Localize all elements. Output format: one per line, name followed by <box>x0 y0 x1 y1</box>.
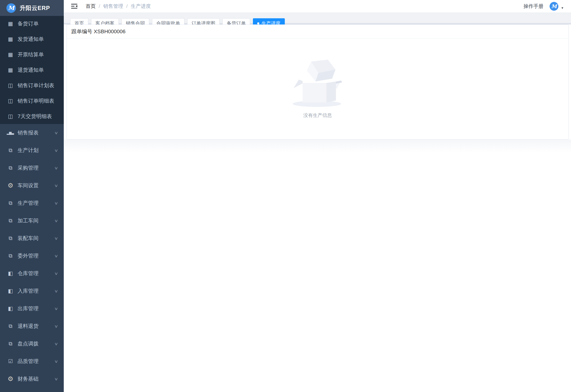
sidebar-item-label: 采购管理 <box>18 164 39 171</box>
page-tab-label: 合同审批单 <box>156 20 180 25</box>
sidebar-menu-item[interactable]: ⧉ 盘点调拨 ∨ <box>0 335 64 352</box>
page-tab-label: 生产进度 <box>261 20 281 25</box>
page-tab-label: 首页 <box>75 20 84 25</box>
page-tab[interactable]: 合同审批单 <box>152 18 184 25</box>
sidebar-submenu-item[interactable]: ▦ 发货通知单 <box>0 31 64 47</box>
panel-title: 跟单编号 XSBH000006 <box>67 25 568 39</box>
copy-icon: ⧉ <box>7 218 14 224</box>
avatar[interactable]: M <box>550 2 558 11</box>
sidebar-menu-item[interactable]: ⚙ 车间设置 ∨ <box>0 177 64 194</box>
copy-icon: ⧉ <box>7 200 14 206</box>
copy-icon: ⧉ <box>7 341 14 347</box>
gear-icon: ⚙ <box>7 182 14 189</box>
sidebar-item-label: 入库管理 <box>18 287 39 294</box>
sidebar-menu-item[interactable]: ⧉ 委外管理 ∨ <box>0 247 64 265</box>
gear-icon: ⚙ <box>7 375 14 383</box>
breadcrumb-item[interactable]: 首页 <box>86 3 96 10</box>
sidebar-menu-item[interactable]: ⧉ 生产管理 ∨ <box>0 194 64 212</box>
content-background <box>64 140 571 392</box>
sidebar-menu-item[interactable]: ⧉ 退料退货 ∨ <box>0 317 64 335</box>
sidebar-item-label: 销售报表 <box>18 129 39 136</box>
chevron-down-icon: ∨ <box>54 377 58 381</box>
book-icon: ◧ <box>7 288 14 294</box>
sidebar-item-label: 加工车间 <box>18 217 39 224</box>
chevron-down-icon: ∨ <box>54 183 58 188</box>
copy-icon: ⧉ <box>7 235 14 241</box>
page-tab[interactable]: 首页 <box>70 18 88 25</box>
sidebar: M 升阳云ERP ▦ 备货订单 ▦ 发货通知单 ▦ <box>0 0 64 392</box>
page-tab[interactable]: 销售合同 <box>121 18 149 25</box>
page-tab[interactable]: 生产进度 <box>253 18 285 25</box>
sidebar-submenu-item[interactable]: ▦ 开票结算单 <box>0 47 64 62</box>
copy-icon: ⧉ <box>7 253 14 259</box>
chevron-down-icon: ∨ <box>54 130 58 135</box>
page-tab[interactable]: 订单进度图 <box>187 18 220 25</box>
sidebar-submenu-item[interactable]: ◫ 销售订单计划表 <box>0 78 64 93</box>
sidebar-item-label: 车间设置 <box>18 182 39 189</box>
sidebar-menu-item[interactable]: ◧ 入库管理 ∨ <box>0 282 64 300</box>
table-icon: ▦ <box>7 21 14 27</box>
page-tab-label: 备货订单 <box>227 20 246 25</box>
breadcrumb-separator: / <box>99 3 100 9</box>
sidebar-menu-item[interactable]: ▂▆▃ 销售报表 ∨ <box>0 124 64 141</box>
copy-icon: ⧉ <box>7 323 14 329</box>
sidebar-submenu-item[interactable]: ◫ 7天交货明细表 <box>0 109 64 124</box>
book-icon: ◧ <box>7 270 14 277</box>
table-icon: ▦ <box>7 36 14 42</box>
erp-app-window: M 升阳云ERP ▦ 备货订单 ▦ 发货通知单 ▦ <box>0 0 571 392</box>
table-icon: ▦ <box>7 52 14 58</box>
sidebar-item-label: 生产计划 <box>18 147 39 154</box>
sidebar-menu: ▦ 备货订单 ▦ 发货通知单 ▦ 开票结算单 ▦ <box>0 16 64 392</box>
page-tab[interactable]: 备货订单 <box>223 18 250 25</box>
chevron-down-icon: ∨ <box>54 166 58 171</box>
breadcrumb-item[interactable]: 生产进度 <box>131 3 151 10</box>
breadcrumb-item[interactable]: 销售管理 <box>103 3 123 10</box>
open-book-icon: ◫ <box>7 83 14 89</box>
sidebar-menu-item[interactable]: ☑ 品质管理 ∨ <box>0 352 64 370</box>
sidebar-item-label: 发货通知单 <box>18 36 44 43</box>
sidebar-submenu-item[interactable]: ▦ 备货订单 <box>0 16 64 31</box>
chevron-down-icon: ∨ <box>54 359 58 364</box>
avatar-dropdown-caret-icon[interactable]: ▼ <box>561 6 564 10</box>
sidebar-item-label: 生产管理 <box>18 200 39 207</box>
header-right-group: 操作手册 M ▼ <box>523 2 564 11</box>
sidebar-item-label: 退料退货 <box>18 323 39 330</box>
chevron-down-icon: ∨ <box>54 341 58 346</box>
sidebar-menu-item[interactable]: ⧉ 生产计划 ∨ <box>0 141 64 159</box>
sidebar-menu-item[interactable]: ⧉ 采购管理 ∨ <box>0 159 64 177</box>
sidebar-submenu-item[interactable]: ▦ 退货通知单 <box>0 62 64 78</box>
sidebar-submenu-item[interactable]: ◫ 销售订单明细表 <box>0 93 64 109</box>
main-area: 首页 / 销售管理 / 生产进度 操作手册 M ▼ 首页 <box>64 0 571 392</box>
empty-box-illustration <box>290 59 345 109</box>
sidebar-item-label: 备货订单 <box>18 20 39 27</box>
sidebar-menu-item[interactable]: ◧ 出库管理 ∨ <box>0 300 64 317</box>
open-book-icon: ◫ <box>7 98 14 104</box>
open-book-icon: ◫ <box>7 113 14 120</box>
sidebar-menu-item[interactable]: ⚙ 财务基础 ∨ <box>0 370 64 388</box>
sidebar-item-label: 盘点调拨 <box>18 340 39 347</box>
sidebar-item-label: 品质管理 <box>18 358 39 365</box>
app-title: 升阳云ERP <box>20 4 50 12</box>
breadcrumb-separator: / <box>126 3 128 9</box>
sidebar-menu-item[interactable]: ⧉ 加工车间 ∨ <box>0 212 64 229</box>
sidebar-parent-menu: ▂▆▃ 销售报表 ∨ ⧉ 生产计划 ∨ ⧉ 采购管理 ∨ <box>0 124 64 388</box>
chevron-down-icon: ∨ <box>54 306 58 311</box>
sidebar-menu-item[interactable]: ◧ 仓库管理 ∨ <box>0 265 64 282</box>
panel-body: 没有生产信息 <box>67 39 568 139</box>
sidebar-item-label: 财务基础 <box>18 375 39 382</box>
menu-fold-icon[interactable] <box>71 3 77 9</box>
sidebar-item-label: 委外管理 <box>18 252 39 259</box>
app-logo-icon: M <box>6 3 16 13</box>
chevron-down-icon: ∨ <box>54 324 58 329</box>
sidebar-item-label: 仓库管理 <box>18 270 39 277</box>
shield-check-icon: ☑ <box>7 358 14 364</box>
sidebar-menu-item[interactable]: ⧉ 装配车间 ∨ <box>0 229 64 247</box>
table-icon: ▦ <box>7 67 14 73</box>
sidebar-expanded-submenu: ▦ 备货订单 ▦ 发货通知单 ▦ 开票结算单 ▦ <box>0 16 64 124</box>
operation-manual-link[interactable]: 操作手册 <box>523 3 543 10</box>
page-tab[interactable]: 客户档案 <box>91 18 119 25</box>
sidebar-item-label: 装配车间 <box>18 235 39 242</box>
copy-icon: ⧉ <box>7 147 14 154</box>
chevron-down-icon: ∨ <box>54 201 58 206</box>
sidebar-item-label: 开票结算单 <box>18 51 44 58</box>
